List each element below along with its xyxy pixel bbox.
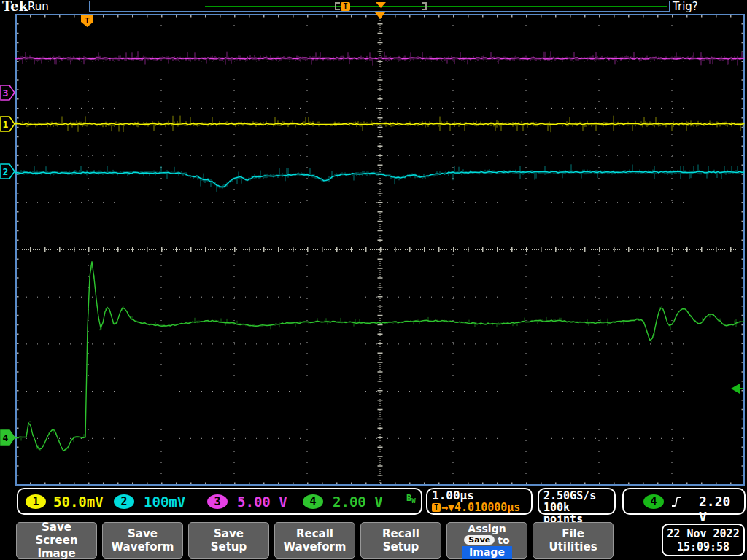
trigger-position-badge: T xyxy=(341,2,350,11)
window-bracket-left-icon xyxy=(335,2,340,10)
time-text: 15:09:58 xyxy=(677,540,729,553)
button-label: Save xyxy=(128,527,158,540)
save-waveform-button[interactable]: Save Waveform xyxy=(102,522,183,559)
save-key-badge: Save xyxy=(464,535,495,545)
svg-text:1: 1 xyxy=(3,119,9,130)
button-label: Save xyxy=(42,521,71,534)
button-label: Setup xyxy=(383,540,419,553)
record-waveform-line xyxy=(205,6,667,7)
oscilloscope-screen: Tek Run T Trig? T 1234 1 50.0mV 2 100mV … xyxy=(0,0,747,560)
window-center-marker-icon xyxy=(376,2,386,8)
channel-4-marker: 4 xyxy=(0,429,16,446)
assign-save-button[interactable]: Assign Save to Image xyxy=(446,522,527,559)
waveform-display xyxy=(15,14,745,486)
channel-2-badge: 2 xyxy=(114,494,134,509)
save-setup-button[interactable]: Save Setup xyxy=(188,522,269,559)
button-label: Utilities xyxy=(549,540,597,553)
sample-rate: 2.50GS/s xyxy=(543,490,614,502)
timebase-readout-box: 1.00µs T →▼4.010000µs xyxy=(426,488,533,515)
graticule: T 1234 xyxy=(15,14,745,486)
channel-4-badge: 4 xyxy=(303,494,323,509)
channel-1-scale: 50.0mV xyxy=(53,494,104,510)
save-screen-image-button[interactable]: Save Screen Image xyxy=(16,522,97,559)
trigger-source-badge: 4 xyxy=(643,494,664,509)
channel-3-scale: 5.00 V xyxy=(237,494,287,510)
acquisition-preview-bar: T xyxy=(89,1,670,12)
svg-text:4: 4 xyxy=(3,432,9,443)
button-label: Waveform xyxy=(284,540,347,553)
trigger-level-arrow-icon xyxy=(731,384,743,394)
channel-3-badge: 3 xyxy=(207,494,228,509)
top-status-bar: Tek Run T Trig? xyxy=(0,0,747,14)
button-label: Assign xyxy=(468,523,506,534)
button-label: Save xyxy=(214,527,244,540)
recall-setup-button[interactable]: Recall Setup xyxy=(360,522,441,559)
delay-trigger-badge: T xyxy=(432,503,441,512)
svg-text:3: 3 xyxy=(3,88,9,98)
rising-edge-icon xyxy=(670,495,682,508)
button-label: Screen Image xyxy=(17,534,96,560)
svg-text:T: T xyxy=(85,16,90,26)
timebase-scale: 1.00µs xyxy=(432,490,531,502)
trigger-point-flag-icon: T xyxy=(81,15,93,28)
tek-logo: Tek xyxy=(2,0,28,14)
channel-1-badge: 1 xyxy=(26,494,46,509)
trigger-status: Trig? xyxy=(673,0,698,13)
trigger-level: 2.20 V xyxy=(699,494,744,524)
assign-target-highlight: Image xyxy=(462,546,512,559)
svg-text:2: 2 xyxy=(3,166,9,177)
channel-1-marker: 1 xyxy=(0,116,16,132)
datetime-box: 22 Nov 2022 15:09:58 xyxy=(662,524,745,556)
window-bracket-right-icon xyxy=(422,2,427,10)
expansion-point-icon xyxy=(375,12,385,19)
channel-3-marker: 3 xyxy=(0,85,16,101)
trigger-readout-box: 4 2.20 V xyxy=(622,488,746,515)
acquisition-status: Run xyxy=(28,0,49,13)
readout-bar: 1 50.0mV 2 100mV 3 5.00 V 4 2.00 V BW 1.… xyxy=(0,486,747,518)
bandwidth-limit-indicator: BW xyxy=(406,493,416,505)
button-label: File xyxy=(562,527,584,540)
channel-readout-box: 1 50.0mV 2 100mV 3 5.00 V 4 2.00 V BW xyxy=(17,488,422,515)
menu-bar: Save Screen Image Save Waveform Save Set… xyxy=(0,521,747,560)
channel-2-scale: 100mV xyxy=(144,494,185,510)
button-label: Waveform xyxy=(112,540,174,553)
button-label: Recall xyxy=(382,527,419,540)
channel-2-marker: 2 xyxy=(0,163,16,179)
date-text: 22 Nov 2022 xyxy=(667,527,739,540)
button-label: Setup xyxy=(211,540,247,553)
acquisition-readout-box: 2.50GS/s 100k points xyxy=(538,488,616,515)
channel-4-scale: 2.00 V xyxy=(333,494,383,510)
button-label: Recall xyxy=(296,527,333,540)
trigger-delay-readout: T →▼4.010000µs xyxy=(432,502,531,513)
file-utilities-button[interactable]: File Utilities xyxy=(533,522,614,559)
button-label: to xyxy=(498,534,509,546)
recall-waveform-button[interactable]: Recall Waveform xyxy=(274,522,355,559)
